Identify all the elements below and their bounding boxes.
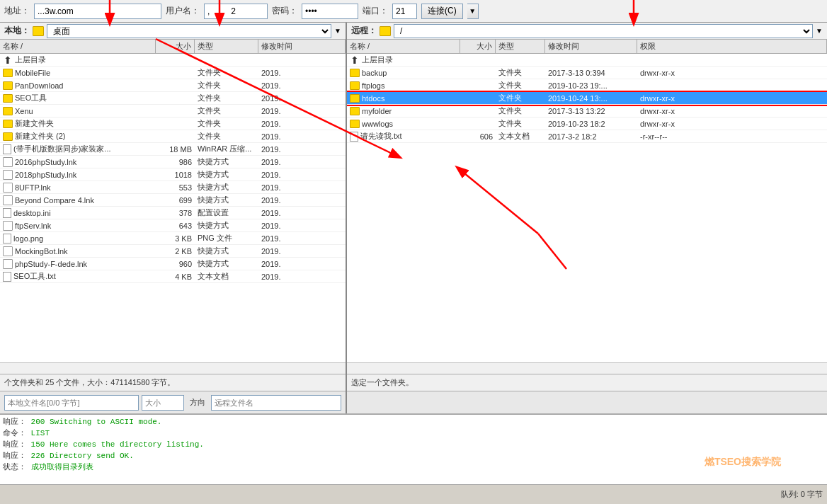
lnk-icon — [3, 246, 13, 256]
remote-col-type[interactable]: 类型 — [496, 40, 545, 53]
port-input[interactable] — [392, 4, 417, 19]
local-file-row[interactable]: SEO工具.txt 4 KB 文本文档 2019. — [0, 270, 346, 283]
remote-file-input[interactable] — [211, 395, 341, 411]
remote-path-select[interactable]: / — [394, 24, 813, 38]
log-value: 200 Switching to ASCII mode. — [26, 418, 161, 426]
local-file-row[interactable]: ⬆上层目录 — [0, 54, 346, 67]
local-file-type: 文本文档 — [195, 270, 258, 282]
local-file-name: SEO工具.txt — [0, 270, 156, 282]
local-file-type: 文件夹 — [195, 67, 258, 79]
local-file-date: 2019. — [258, 106, 346, 116]
local-file-size — [156, 85, 195, 86]
remote-file-row[interactable]: htdocs 文件夹 2019-10-24 13:... drwxr-xr-x — [347, 92, 827, 105]
remote-file-perm: -r-xr--r-- — [637, 132, 827, 142]
local-file-name: (带手机版数据同步)家装家... — [0, 143, 156, 155]
remote-file-row[interactable]: ⬆上层目录 — [347, 54, 827, 67]
local-hscroll[interactable] — [0, 362, 346, 374]
remote-file-row[interactable]: myf‌older 文件夹 2017-3-13 13:22 drwxr-xr-x — [347, 105, 827, 118]
local-file-row[interactable]: desktop.ini 378 配置设置 2019. — [0, 207, 346, 219]
local-col-type[interactable]: 类型 — [195, 40, 258, 53]
local-file-row[interactable]: phpStudy-F-dede.lnk 960 快捷方式 2019. — [0, 258, 346, 270]
log-value: LIST — [26, 429, 50, 437]
local-file-row[interactable]: MobileFile 文件夹 2019. — [0, 67, 346, 79]
local-file-type: 文件夹 — [195, 130, 258, 142]
folder-icon — [350, 69, 360, 77]
folder-icon — [3, 94, 13, 103]
remote-file-name: 请先读我.txt — [347, 130, 460, 142]
local-col-name[interactable]: 名称 / — [0, 40, 156, 53]
log-label: 命令： — [3, 429, 26, 437]
local-file-date: 2019. — [258, 119, 346, 129]
local-file-date: 2019. — [258, 246, 346, 256]
local-file-date: 2019. — [258, 93, 346, 103]
local-panel: 本地： 桌面 ▼ 名称 / 大小 类型 修改时间 ⬆上层目录 MobileFil… — [0, 23, 347, 413]
bottom-status: 队列: 0 字节 — [0, 484, 827, 504]
username-input[interactable] — [204, 4, 268, 19]
remote-file-perm: drwxr-xr-x — [637, 93, 827, 103]
local-file-size: 2 KB — [156, 246, 195, 256]
connect-button[interactable]: 连接(C) — [421, 4, 463, 19]
remote-file-row[interactable]: backup 文件夹 2017-3-13 0:394 drwxr-xr-x — [347, 67, 827, 79]
username-label: 用户名： — [166, 5, 200, 17]
local-col-date[interactable]: 修改时间 — [258, 40, 346, 53]
local-label: 本地： — [4, 25, 30, 37]
local-file-row[interactable]: 新建文件夹 (2) 文件夹 2019. — [0, 130, 346, 143]
password-input[interactable] — [302, 4, 358, 19]
local-file-row[interactable]: ftpServ.lnk 643 快捷方式 2019. — [0, 219, 346, 232]
remote-file-date — [545, 59, 637, 61]
remote-path-dropdown-icon[interactable]: ▼ — [816, 27, 823, 35]
folder-icon — [350, 94, 360, 103]
local-file-size: 699 — [156, 195, 195, 205]
address-input[interactable] — [34, 4, 161, 19]
local-file-row[interactable]: 2016phpStudy.lnk 986 快捷方式 2019. — [0, 156, 346, 168]
local-file-row[interactable]: 新建文件夹 文件夹 2019. — [0, 118, 346, 130]
local-path-select[interactable]: 桌面 — [47, 24, 331, 38]
local-file-row[interactable]: 2018phpStudy.lnk 1018 快捷方式 2019. — [0, 168, 346, 181]
file-size-input[interactable] — [142, 395, 184, 411]
local-file-row[interactable]: logo.png 3 KB PNG 文件 2019. — [0, 232, 346, 245]
local-file-date: 2019. — [258, 208, 346, 218]
remote-file-date: 2017-3-13 0:394 — [545, 68, 637, 78]
local-file-size: 378 — [156, 208, 195, 218]
local-file-row[interactable]: SEO工具 文件夹 2019. — [0, 92, 346, 105]
remote-file-size — [460, 85, 496, 86]
connect-dropdown-button[interactable]: ▼ — [467, 4, 479, 19]
local-file-row[interactable]: 8UFTP.lnk 553 快捷方式 2019. — [0, 181, 346, 194]
remote-file-row[interactable]: 请先读我.txt 606 文本文档 2017-3-2 18:2 -r-xr--r… — [347, 130, 827, 143]
local-file-row[interactable]: PanDownload 文件夹 2019. — [0, 79, 346, 92]
remote-hscroll[interactable] — [347, 362, 827, 374]
remote-file-perm: drwxr-xr-x — [637, 106, 827, 116]
local-file-row[interactable]: (带手机版数据同步)家装家... 18 MB WinRAR 压缩... 2019… — [0, 143, 346, 156]
remote-file-name: wwwlogs — [347, 119, 460, 129]
remote-file-date: 2019-10-23 19:... — [545, 81, 637, 91]
log-panel[interactable]: 响应： 200 Switching to ASCII mode.命令： LIST… — [0, 415, 827, 484]
remote-file-row[interactable]: ftplogs 文件夹 2019-10-23 19:... — [347, 79, 827, 92]
local-file-row[interactable]: Xenu 文件夹 2019. — [0, 105, 346, 118]
remote-col-headers: 名称 / 大小 类型 修改时间 权限 — [347, 40, 827, 54]
remote-col-name[interactable]: 名称 / — [347, 40, 460, 53]
local-file-list[interactable]: ⬆上层目录 MobileFile 文件夹 2019. PanDownload 文… — [0, 54, 346, 362]
transfer-bar: 方向 — [0, 391, 346, 413]
local-file-size — [156, 123, 195, 125]
local-file-name: logo.png — [0, 233, 156, 244]
local-file-date: 2019. — [258, 157, 346, 167]
remote-col-size[interactable]: 大小 — [460, 40, 496, 53]
remote-file-size — [460, 123, 496, 125]
local-file-row[interactable]: MockingBot.lnk 2 KB 快捷方式 2019. — [0, 245, 346, 258]
local-file-size: 3 KB — [156, 234, 195, 244]
remote-file-row[interactable]: wwwlogs 文件夹 2019-10-23 18:2 drwxr-xr-x — [347, 118, 827, 130]
local-file-row[interactable]: Beyond Compare 4.lnk 699 快捷方式 2019. — [0, 194, 346, 207]
file-icon — [350, 132, 358, 142]
local-file-date: 2019. — [258, 81, 346, 91]
remote-file-size — [460, 72, 496, 74]
local-col-size[interactable]: 大小 — [156, 40, 195, 53]
log-label: 响应： — [3, 418, 26, 426]
local-file-name: Xenu — [0, 106, 156, 116]
folder-icon — [3, 107, 13, 115]
remote-col-perm[interactable]: 权限 — [637, 40, 827, 53]
local-file-input[interactable] — [4, 395, 139, 411]
remote-file-list[interactable]: ⬆上层目录 backup 文件夹 2017-3-13 0:394 drwxr-x… — [347, 54, 827, 362]
remote-col-date[interactable]: 修改时间 — [545, 40, 637, 53]
local-file-date: 2019. — [258, 183, 346, 193]
local-path-dropdown-icon[interactable]: ▼ — [334, 27, 341, 35]
